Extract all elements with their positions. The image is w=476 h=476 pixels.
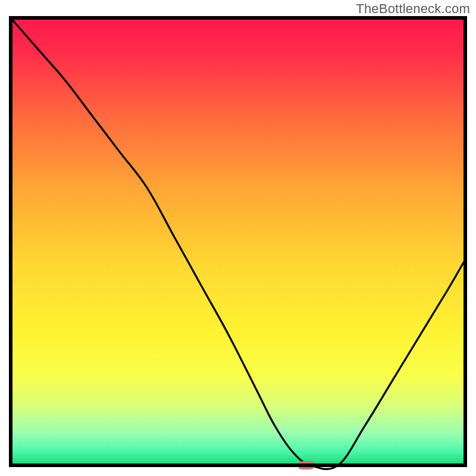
watermark-text: TheBottleneck.com (356, 1, 470, 17)
bottleneck-chart (0, 0, 476, 476)
plot-background (12, 20, 464, 464)
